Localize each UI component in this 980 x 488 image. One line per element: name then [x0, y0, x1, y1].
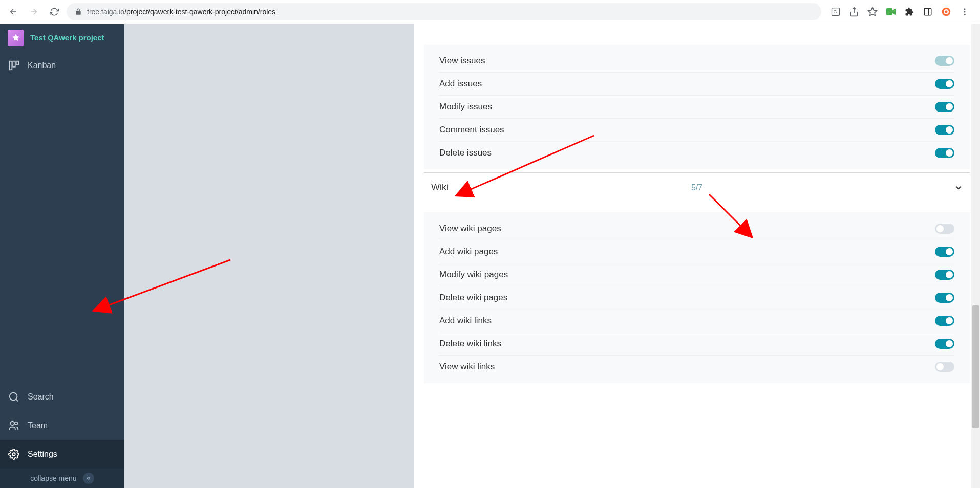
issues-permissions-block: View issues Add issues Modify issues Com…: [424, 45, 970, 169]
collapse-menu[interactable]: collapse menu: [0, 469, 124, 488]
toggle-view-wiki-pages[interactable]: [935, 224, 954, 234]
toggle-delete-wiki-links[interactable]: [935, 339, 954, 349]
gear-icon: [8, 449, 19, 460]
perm-label: Add wiki pages: [439, 247, 498, 257]
perm-row: Delete issues: [439, 142, 954, 164]
toggle-add-wiki-pages[interactable]: [935, 247, 954, 257]
scrollbar-thumb[interactable]: [972, 305, 979, 428]
svg-point-8: [945, 11, 948, 13]
perm-row: View wiki pages: [439, 217, 954, 240]
sidebar-item-label: Search: [28, 392, 54, 402]
svg-line-16: [16, 399, 18, 401]
svg-rect-12: [10, 61, 12, 70]
toggle-view-issues: [935, 56, 954, 66]
browser-action-icons: G: [825, 6, 975, 18]
menu-icon[interactable]: [958, 6, 971, 18]
section-header-wiki[interactable]: Wiki 5/7: [424, 172, 970, 202]
perm-row: Modify issues: [439, 96, 954, 119]
sidebar-item-label: Settings: [28, 450, 57, 459]
section-title: Wiki: [431, 182, 449, 193]
toggle-delete-wiki-pages[interactable]: [935, 293, 954, 303]
perm-label: Add issues: [439, 79, 482, 89]
star-icon[interactable]: [866, 6, 879, 18]
sidebar-item-label: Team: [28, 421, 48, 430]
perm-label: Modify wiki pages: [439, 270, 508, 280]
perm-label: Modify issues: [439, 102, 492, 112]
perm-label: View wiki pages: [439, 224, 501, 234]
svg-rect-4: [924, 8, 931, 15]
url-host: tree.taiga.io: [87, 8, 124, 16]
svg-rect-13: [13, 61, 15, 67]
sidebar-item-kanban[interactable]: Kanban: [0, 51, 124, 80]
team-icon: [8, 420, 19, 431]
svg-point-9: [964, 8, 966, 10]
toggle-delete-issues[interactable]: [935, 148, 954, 158]
url-path: /project/qawerk-test-qawerk-project/admi…: [124, 8, 275, 16]
browser-toolbar: tree.taiga.io/project/qawerk-test-qawerk…: [0, 0, 980, 24]
toggle-comment-issues[interactable]: [935, 125, 954, 135]
section-count: 5/7: [691, 183, 702, 192]
lock-icon: [75, 8, 82, 15]
toggle-add-issues[interactable]: [935, 79, 954, 89]
project-header[interactable]: Test QAwerk project: [0, 24, 124, 51]
perm-label: Add wiki links: [439, 316, 492, 326]
chevron-down-icon: [954, 184, 963, 192]
svg-point-18: [15, 422, 18, 425]
url-bar[interactable]: tree.taiga.io/project/qawerk-test-qawerk…: [67, 3, 821, 20]
toggle-view-wiki-links[interactable]: [935, 362, 954, 372]
perm-row: Add wiki pages: [439, 240, 954, 263]
kanban-icon: [8, 60, 19, 71]
perm-row: Delete wiki links: [439, 332, 954, 356]
svg-rect-3: [886, 8, 892, 15]
svg-point-11: [964, 14, 966, 15]
perm-label: Comment issues: [439, 125, 504, 135]
perm-label: View issues: [439, 56, 485, 66]
svg-point-17: [11, 422, 14, 425]
extensions-icon[interactable]: [903, 6, 915, 18]
reload-button[interactable]: [46, 4, 62, 20]
sidebar: Test QAwerk project Kanban Search Team S…: [0, 24, 124, 488]
sidebar-item-settings[interactable]: Settings: [0, 440, 124, 469]
panel-icon[interactable]: [922, 6, 934, 18]
collapse-label: collapse menu: [30, 474, 76, 482]
perm-row: Add issues: [439, 73, 954, 96]
share-icon[interactable]: [848, 6, 860, 18]
svg-marker-2: [868, 8, 877, 16]
perm-label: Delete wiki links: [439, 339, 501, 349]
perm-label: Delete wiki pages: [439, 293, 507, 303]
extension-camera-icon[interactable]: [885, 6, 897, 18]
forward-button[interactable]: [26, 4, 42, 20]
svg-point-15: [10, 393, 17, 401]
perm-row: View wiki links: [439, 356, 954, 378]
sidebar-item-search[interactable]: Search: [0, 383, 124, 411]
perm-row: View issues: [439, 50, 954, 73]
toggle-modify-issues[interactable]: [935, 102, 954, 112]
translate-icon[interactable]: G: [829, 6, 842, 18]
collapse-button-icon: [83, 473, 94, 484]
svg-point-19: [12, 453, 15, 456]
project-logo: [8, 30, 24, 46]
project-title: Test QAwerk project: [30, 33, 104, 42]
toggle-add-wiki-links[interactable]: [935, 316, 954, 326]
wiki-permissions-block: View wiki pages Add wiki pages Modify wi…: [424, 212, 970, 383]
perm-label: View wiki links: [439, 362, 495, 372]
svg-point-10: [964, 11, 966, 13]
search-icon: [8, 391, 19, 403]
toggle-modify-wiki-pages[interactable]: [935, 270, 954, 280]
perm-row: Comment issues: [439, 119, 954, 142]
perm-row: Delete wiki pages: [439, 286, 954, 309]
perm-label: Delete issues: [439, 148, 492, 158]
svg-text:G: G: [834, 9, 837, 14]
permissions-panel: View issues Add issues Modify issues Com…: [414, 24, 980, 488]
sidebar-item-label: Kanban: [28, 61, 56, 70]
scrollbar[interactable]: [971, 24, 980, 488]
admin-subnav-panel: [124, 24, 414, 488]
profile-icon[interactable]: [940, 6, 952, 18]
back-button[interactable]: [5, 4, 22, 20]
sidebar-item-team[interactable]: Team: [0, 411, 124, 440]
svg-rect-14: [16, 61, 19, 65]
perm-row: Modify wiki pages: [439, 263, 954, 286]
perm-row: Add wiki links: [439, 309, 954, 332]
